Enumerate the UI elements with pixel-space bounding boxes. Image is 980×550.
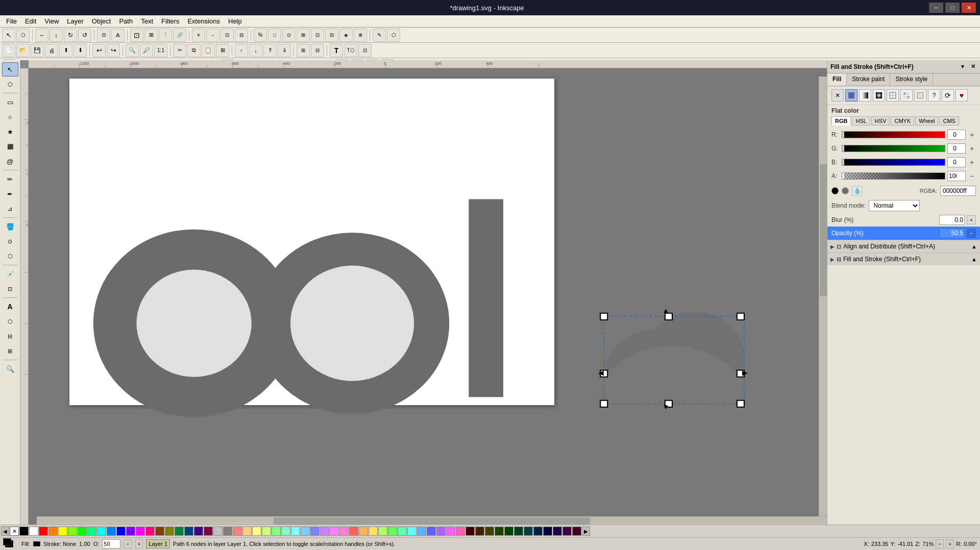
palette-light-green[interactable] [272,527,281,536]
tab-cmyk[interactable]: CMYK [891,116,914,126]
palette-amber[interactable] [359,527,368,536]
menu-help[interactable]: Help [224,16,246,26]
menu-file[interactable]: File [2,16,21,26]
palette-aquamarine[interactable] [398,527,407,536]
tab-stroke-style[interactable]: Stroke style [890,73,933,86]
palette-peach[interactable] [242,527,252,536]
palette-green[interactable] [78,527,87,536]
palette-dark-green2[interactable] [504,527,513,536]
btn-unflow[interactable]: ⊡ [358,44,372,57]
accordion-fill-header[interactable]: ▶ ⊟ Fill and Stroke (Shift+Ctrl+F) ▲ [827,253,980,265]
tool-node[interactable]: ⬡ [16,29,30,42]
h-scroll-thumb[interactable] [274,517,590,524]
close-button[interactable]: ✕ [962,3,976,13]
btn-select-mode[interactable]: ⊙ [97,29,110,42]
btn-snap-nodes[interactable]: ⊙ [282,29,296,42]
maximize-button[interactable]: □ [945,3,960,13]
btn-align[interactable]: ⊡ [130,29,143,42]
minimize-button[interactable]: ─ [929,3,943,13]
shape-bar[interactable] [469,199,503,397]
tool-star[interactable]: ★ [2,124,18,139]
btn-flow-text[interactable]: T⬡ [344,44,357,57]
palette-chartreuse[interactable] [388,527,397,536]
palette-gold[interactable] [369,527,378,536]
btn-snap-edge[interactable]: ⊟ [325,29,338,42]
btn-zoom-out2[interactable]: 🔎 [140,44,153,57]
palette-navy[interactable] [184,527,193,536]
tool-3dbox[interactable]: ⬛ [2,139,18,154]
fill-unknown-button[interactable]: ? [928,89,940,102]
vertical-scrollbar[interactable] [819,77,827,516]
tool-eyedropper[interactable]: 💉 [2,267,18,281]
handle-tr[interactable] [737,313,744,320]
btn-raise[interactable]: ↑ [235,44,248,57]
tool-rectangle[interactable]: ▭ [2,95,18,109]
tool-connector[interactable]: ⬡ [2,314,18,329]
palette-dark-red[interactable] [465,527,475,536]
tool-measure[interactable]: ⊡ [2,282,18,296]
panel-close-icon[interactable]: ✕ [969,63,977,71]
btn-raise-top[interactable]: ⇑ [263,44,277,57]
menu-object[interactable]: Object [88,16,115,26]
palette-salmon[interactable] [233,527,242,536]
btn-flip-h[interactable]: ↔ [35,29,48,42]
btn-xml-editor[interactable]: ✎ [373,29,386,42]
tool-text[interactable]: A [2,299,18,314]
palette-pink[interactable] [330,527,339,536]
btn-zoom-fit[interactable]: ⊡ [220,29,234,42]
palette-cyan[interactable] [97,527,106,536]
tool-selector-arrow[interactable]: ↖ [2,29,15,42]
palette-azure[interactable] [107,527,116,536]
btn-lower-bottom[interactable]: ⇓ [278,44,291,57]
b-plus[interactable]: + [968,158,976,166]
palette-light-cyan[interactable] [291,527,300,536]
palette-magenta[interactable] [136,527,145,536]
palette-periwinkle[interactable] [310,527,320,536]
btn-snap-center[interactable]: ⊕ [354,29,367,42]
tab-fill[interactable]: Fill [827,73,847,86]
menu-edit[interactable]: Edit [21,16,40,26]
palette-left-arrow[interactable]: ◀ [1,527,9,536]
palette-lime[interactable] [68,527,77,536]
rgba-input[interactable]: 000000ff [940,186,976,196]
swatch-dropper[interactable]: 💧 [852,186,862,196]
palette-dark-rose[interactable] [572,527,581,536]
fill-color-swatch[interactable] [33,541,40,546]
g-plus[interactable]: + [968,144,976,153]
g-value-input[interactable]: 0 [947,143,966,154]
palette-dark-cyan[interactable] [524,527,533,536]
btn-rotate-cw[interactable]: ↻ [64,29,77,42]
palette-silver[interactable] [213,527,223,536]
tool-pencil[interactable]: ✏ [2,172,18,186]
palette-coral[interactable] [349,527,358,536]
btn-zoom-in2[interactable]: 🔍 [126,44,139,57]
palette-medium-blue[interactable] [427,527,436,536]
layer-indicator[interactable]: Layer 1 [146,539,170,548]
palette-medium-rose[interactable] [456,527,465,536]
palette-black[interactable] [19,527,29,536]
accordion-align-header[interactable]: ▶ ⊡ Align and Distribute (Shift+Ctrl+A) … [827,240,980,253]
fill-mesh-button[interactable] [887,89,899,102]
palette-cornflower[interactable] [417,527,426,536]
palette-sky[interactable] [301,527,310,536]
btn-open[interactable]: 📂 [16,44,30,57]
palette-yellow-green[interactable] [378,527,387,536]
btn-snap-mid[interactable]: ◈ [339,29,353,42]
zoom-inc[interactable]: + [946,539,954,548]
tool-pen[interactable]: ✒ [2,187,18,201]
palette-hot-pink[interactable] [339,527,349,536]
btn-snap-grids[interactable]: ⊡ [311,29,324,42]
btn-export[interactable]: ⬇ [74,44,87,57]
handle-br[interactable] [737,401,744,407]
opacity-input[interactable]: 50.5 [939,228,965,238]
palette-yellow[interactable] [58,527,67,536]
palette-white[interactable] [29,527,38,536]
btn-zoom-in[interactable]: + [192,29,205,42]
b-slider[interactable] [842,159,945,166]
blur-plus[interactable]: + [967,215,976,224]
fill-pattern-button[interactable] [900,89,913,102]
btn-undo[interactable]: ↩ [92,44,106,57]
btn-node-ops[interactable]: 🔗 [173,29,186,42]
tab-cms[interactable]: CMS [939,116,959,126]
btn-zoom-100[interactable]: 1:1 [154,44,167,57]
